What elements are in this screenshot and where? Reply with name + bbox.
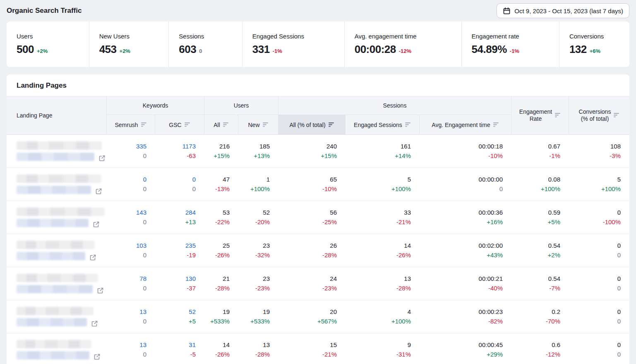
cell-value[interactable]: 31 [189, 341, 196, 349]
column-header-engaged-sessions[interactable]: Engaged Sessions [346, 115, 420, 134]
cell-value: 23 [263, 275, 270, 283]
kpi-value-row: 6030 [179, 43, 242, 56]
cell-avg-engagement-time: 00:00:36+16% [420, 201, 511, 234]
external-link-icon[interactable] [89, 254, 96, 261]
cell-value[interactable]: 52 [189, 308, 196, 316]
external-link-icon[interactable] [97, 287, 104, 294]
column-header-sessions-all-percent[interactable]: All (% of total) [278, 115, 346, 134]
landing-page-link[interactable] [17, 318, 107, 326]
kpi-label: Sessions [179, 33, 242, 40]
column-header-label: All (% of total) [289, 122, 325, 128]
cell-value[interactable]: 103 [136, 242, 146, 250]
cell-delta: -10% [322, 185, 337, 193]
cell-gsc: 1173-63 [155, 135, 204, 168]
kpi-delta: 0 [199, 48, 202, 54]
cell-value: 53 [223, 208, 230, 217]
cell-value: 24 [330, 275, 337, 283]
cell-engaged-sessions: 14-26% [346, 234, 420, 267]
sort-icon [263, 122, 269, 128]
cell-delta: +15% [214, 152, 230, 160]
cell-value[interactable]: 0 [192, 175, 196, 184]
landing-page-blur [17, 318, 87, 326]
cell-conversions: 108-3% [569, 135, 629, 168]
cell-users-new: 23-23% [238, 267, 278, 300]
column-header-users-all[interactable]: All [204, 115, 238, 134]
cell-conversions: 00 [569, 267, 629, 300]
group-header-users: Users [204, 96, 278, 115]
cell-delta: 0 [143, 152, 146, 160]
cell-value[interactable]: 335 [136, 142, 146, 151]
column-header-label: All [214, 122, 220, 128]
cell-value: 00:00:18 [479, 142, 503, 151]
cell-value[interactable]: 0 [143, 175, 146, 184]
cell-value: 13 [404, 275, 411, 283]
cell-value[interactable]: 13 [139, 308, 146, 316]
cell-sessions-all-percent: 24-23% [278, 267, 346, 300]
column-header-users-new[interactable]: New [238, 115, 278, 134]
cell-value: 19 [223, 308, 230, 316]
cell-delta: +15% [321, 152, 337, 160]
column-header-engagement-rate[interactable]: Engagement Rate [511, 96, 569, 134]
date-range-button[interactable]: Oct 9, 2023 - Oct 15, 2023 (last 7 days) [497, 3, 629, 18]
column-header-conversions[interactable]: Conversions (% of total) [569, 96, 629, 134]
landing-page-link[interactable] [17, 219, 107, 227]
kpi-delta: +2% [120, 48, 130, 54]
cell-delta: +100% [391, 185, 411, 193]
kpi-conversions: Conversions132+6% [559, 22, 629, 67]
landing-page-blur [17, 208, 104, 216]
cell-value: 0.6 [552, 341, 560, 349]
column-header-gsc[interactable]: GSC [155, 115, 204, 134]
cell-value: 23 [263, 242, 270, 250]
sort-icon [493, 122, 499, 128]
cell-value[interactable]: 284 [185, 208, 196, 217]
column-header-avg-engagement-time[interactable]: Avg. Engagement time [420, 115, 511, 134]
cell-sessions-all-percent: 240+15% [278, 135, 346, 168]
cell-value: 00:00:21 [479, 275, 503, 283]
cell-delta: +100% [541, 185, 560, 193]
column-header-label: GSC [169, 122, 181, 128]
landing-page-link[interactable] [17, 285, 107, 293]
cell-conversions: 00 [569, 234, 629, 267]
cell-delta: -5 [190, 350, 196, 359]
cell-conversions: 00 [569, 333, 629, 364]
cell-users-new: 52-20% [238, 201, 278, 234]
kpi-new-users: New Users453+2% [89, 22, 169, 67]
cell-engagement-rate: 0.59+5% [511, 201, 569, 234]
external-link-icon[interactable] [98, 155, 106, 162]
external-link-icon[interactable] [91, 320, 98, 327]
cell-value: 0.08 [548, 175, 560, 184]
landing-page-cell [7, 300, 107, 333]
column-header-label: New [248, 122, 259, 128]
cell-value: 216 [219, 142, 230, 151]
landing-page-link[interactable] [17, 252, 107, 260]
kpi-delta: -1% [273, 48, 282, 54]
landing-page-link[interactable] [17, 153, 107, 161]
cell-delta: -28% [322, 251, 337, 259]
kpi-value-row: 331-1% [252, 43, 344, 56]
cell-value[interactable]: 13 [139, 341, 146, 349]
cell-sessions-all-percent: 26-28% [278, 234, 346, 267]
external-link-icon[interactable] [94, 353, 101, 360]
external-link-icon[interactable] [95, 188, 102, 195]
cell-value[interactable]: 143 [136, 208, 146, 217]
landing-page-link[interactable] [17, 351, 107, 359]
cell-delta: +100% [250, 185, 270, 193]
external-link-icon[interactable] [93, 221, 100, 228]
cell-engagement-rate: 0.08+100% [511, 168, 569, 201]
landing-page-blur [17, 274, 98, 282]
cell-value[interactable]: 130 [185, 275, 196, 283]
cell-avg-engagement-time: 00:00:45+29% [420, 333, 511, 364]
cell-users-all: 19+533% [204, 300, 238, 333]
kpi-users: Users500+2% [7, 22, 89, 67]
column-header-semrush[interactable]: Semrush [107, 115, 155, 134]
cell-delta: -19 [187, 251, 196, 259]
cell-value[interactable]: 1173 [182, 142, 196, 151]
cell-value[interactable]: 235 [185, 242, 196, 250]
cell-value[interactable]: 78 [139, 275, 146, 283]
landing-page-link[interactable] [17, 186, 107, 194]
cell-delta: -26% [396, 251, 411, 259]
landing-page-cell [7, 267, 107, 300]
cell-delta: +100% [391, 317, 411, 326]
cell-semrush: 1430 [107, 201, 155, 234]
cell-delta: -37 [187, 284, 196, 292]
